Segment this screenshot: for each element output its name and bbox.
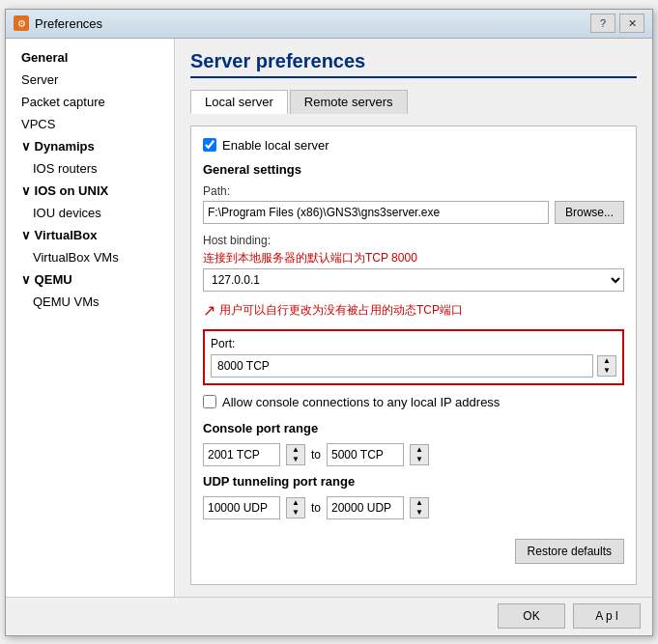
preferences-window: ⚙ Preferences ? ✕ General Server Packet … [5,9,653,636]
window-title: Preferences [35,16,590,31]
sidebar-item-qemu-vms[interactable]: QEMU VMs [6,291,174,313]
title-bar-controls: ? ✕ [590,14,644,33]
allow-console-checkbox[interactable] [203,395,216,408]
help-button[interactable]: ? [590,14,615,33]
panel-title: Server preferences [190,50,637,78]
allow-console-label: Allow console connections to any local I… [222,395,500,409]
content-area: General Server Packet capture VPCS ∨ Dyn… [6,39,652,597]
sidebar-item-server[interactable]: Server [6,69,174,91]
annotation-bottom: ↗ 用户可以自行更改为没有被占用的动态TCP端口 [203,301,624,320]
sidebar-item-virtualbox-vms[interactable]: VirtualBox VMs [6,246,174,268]
spinner-up-icon[interactable]: ▲ [598,356,615,366]
udp-start-spinner-up[interactable]: ▲ [287,498,304,508]
sidebar-item-virtualbox[interactable]: ∨ VirtualBox [6,224,174,246]
udp-port-range-label: UDP tunneling port range [203,474,624,489]
console-start-spinner-down[interactable]: ▼ [287,455,304,464]
bottom-bar: OK A p l [6,597,652,635]
sidebar-item-iou-devices[interactable]: IOU devices [6,202,174,224]
tab-content: Enable local server General settings Pat… [190,126,637,585]
annotation-bottom-text: 用户可以自行更改为没有被占用的动态TCP端口 [219,302,463,319]
sidebar-item-packet-capture[interactable]: Packet capture [6,91,174,113]
restore-defaults-button[interactable]: Restore defaults [515,539,624,564]
enable-local-server-row: Enable local server [203,138,624,153]
browse-button[interactable]: Browse... [555,201,624,224]
host-binding-label: Host binding: [203,234,624,247]
port-spinner[interactable]: ▲ ▼ [597,355,616,377]
sidebar-item-ios-routers[interactable]: IOS routers [6,157,174,180]
apply-button[interactable]: A p l [573,603,641,629]
udp-end-spinner[interactable]: ▲ ▼ [410,497,429,518]
ok-button[interactable]: OK [498,603,565,629]
tab-local-server[interactable]: Local server [190,90,288,114]
enable-local-server-label: Enable local server [222,138,329,153]
path-input[interactable] [203,201,549,224]
window-icon: ⚙ [14,15,29,31]
sidebar: General Server Packet capture VPCS ∨ Dyn… [6,39,175,597]
port-label: Port: [211,337,616,350]
enable-local-server-checkbox[interactable] [203,138,216,152]
udp-end-spinner-down[interactable]: ▼ [411,508,428,518]
close-button[interactable]: ✕ [619,14,644,33]
console-start-spinner-up[interactable]: ▲ [287,445,304,455]
sidebar-item-vpcs[interactable]: VPCS [6,113,174,135]
sidebar-item-qemu[interactable]: ∨ QEMU [6,268,174,291]
udp-end-spinner-up[interactable]: ▲ [411,498,428,508]
allow-console-row: Allow console connections to any local I… [203,395,624,409]
udp-start-spinner[interactable]: ▲ ▼ [286,497,305,518]
console-end-spinner[interactable]: ▲ ▼ [410,444,429,465]
sidebar-item-general[interactable]: General [6,46,174,69]
console-end-spinner-down[interactable]: ▼ [411,455,428,464]
bottom-buttons: OK A p l [498,603,641,629]
sidebar-item-ios-on-unix[interactable]: ∨ IOS on UNIX [6,180,174,202]
console-start-input[interactable] [203,443,280,466]
title-bar: ⚙ Preferences ? ✕ [6,10,652,39]
general-settings-label: General settings [203,162,624,177]
port-input-row: ▲ ▼ [211,354,616,378]
main-panel: Server preferences Local server Remote s… [175,39,652,597]
udp-start-input[interactable] [203,496,280,519]
udp-port-range-row: ▲ ▼ to ▲ ▼ [203,496,624,519]
udp-end-input[interactable] [327,496,404,519]
path-label: Path: [203,184,624,198]
tab-remote-servers[interactable]: Remote servers [290,90,408,114]
console-start-spinner[interactable]: ▲ ▼ [286,444,305,465]
annotation-arrow: ↗ [203,301,215,320]
udp-to-label: to [311,501,321,515]
port-section: Port: ▲ ▼ [203,329,624,385]
console-port-range-row: ▲ ▼ to ▲ ▼ [203,443,624,466]
port-input[interactable] [211,354,593,378]
host-binding-section: Host binding: 连接到本地服务器的默认端口为TCP 8000 127… [203,234,624,320]
host-binding-select-row: 127.0.0.1 [203,268,624,292]
tabs: Local server Remote servers [190,90,637,114]
console-end-input[interactable] [327,443,404,466]
host-binding-select[interactable]: 127.0.0.1 [203,268,624,292]
spinner-down-icon[interactable]: ▼ [598,366,615,376]
console-end-spinner-up[interactable]: ▲ [411,445,428,455]
annotation-top: 连接到本地服务器的默认端口为TCP 8000 [203,250,624,266]
udp-start-spinner-down[interactable]: ▼ [287,508,304,518]
sidebar-item-dynamips[interactable]: ∨ Dynamips [6,135,174,157]
console-to-label: to [311,448,321,462]
console-port-range-label: Console port range [203,421,624,435]
path-row: Browse... [203,201,624,224]
